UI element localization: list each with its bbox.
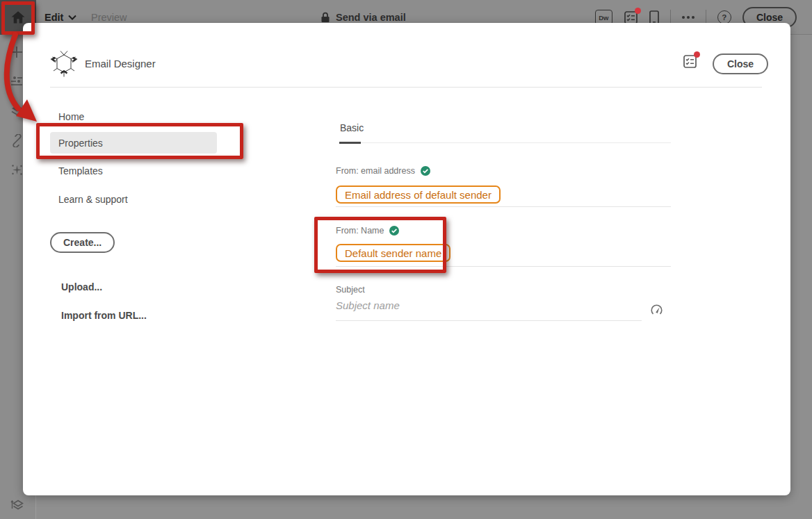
sidebar-item-home[interactable]: Home xyxy=(58,111,84,122)
annotation-box-from-name xyxy=(314,217,446,273)
upload-button[interactable]: Upload... xyxy=(61,281,102,293)
notification-dot xyxy=(635,8,641,14)
email-designer-logo xyxy=(49,49,79,79)
subject-label: Subject xyxy=(336,285,365,295)
sidebar-item-templates[interactable]: Templates xyxy=(58,165,103,176)
lock-icon xyxy=(320,12,330,23)
tab-baseline xyxy=(339,142,671,143)
subject-input[interactable] xyxy=(336,297,635,313)
dw-label: Dw xyxy=(599,14,608,22)
subject-underline xyxy=(336,320,642,321)
from-email-label-text: From: email address xyxy=(336,166,415,176)
help-glyph: ? xyxy=(722,13,726,22)
valid-check-icon xyxy=(421,166,430,176)
link-icon[interactable] xyxy=(10,134,24,147)
layers-arrow-icon[interactable] xyxy=(10,498,24,512)
annotation-box-home xyxy=(1,1,35,35)
dialog-tasks-button[interactable] xyxy=(683,54,697,69)
sidebar-item-learn-support[interactable]: Learn & support xyxy=(58,194,128,205)
create-button[interactable]: Create... xyxy=(50,232,115,253)
tab-basic[interactable]: Basic xyxy=(340,122,364,133)
tab-active-indicator xyxy=(339,142,361,144)
dialog-title: Email Designer xyxy=(85,58,156,69)
from-email-chip[interactable]: Email address of default sender xyxy=(336,186,501,204)
chevron-down-icon xyxy=(68,15,76,20)
help-icon[interactable]: ? xyxy=(717,10,731,24)
import-from-url-button[interactable]: Import from URL... xyxy=(61,310,147,321)
dialog-close-button[interactable]: Close xyxy=(713,53,768,74)
edit-label: Edit xyxy=(44,12,63,23)
header-divider xyxy=(50,87,762,88)
sparkles-icon[interactable] xyxy=(10,163,24,176)
from-email-underline xyxy=(336,206,671,207)
send-via-email-label: Send via email xyxy=(336,12,406,23)
preview-label: Preview xyxy=(91,12,127,23)
from-email-label: From: email address xyxy=(336,166,430,176)
personalization-gauge-icon[interactable] xyxy=(650,304,663,317)
from-email-chip-label: Email address of default sender xyxy=(345,189,492,201)
more-icon[interactable] xyxy=(682,16,695,19)
annotation-arrow xyxy=(0,31,49,128)
subject-label-text: Subject xyxy=(336,285,365,295)
notification-dot xyxy=(694,51,700,58)
annotation-box-properties xyxy=(36,123,243,159)
